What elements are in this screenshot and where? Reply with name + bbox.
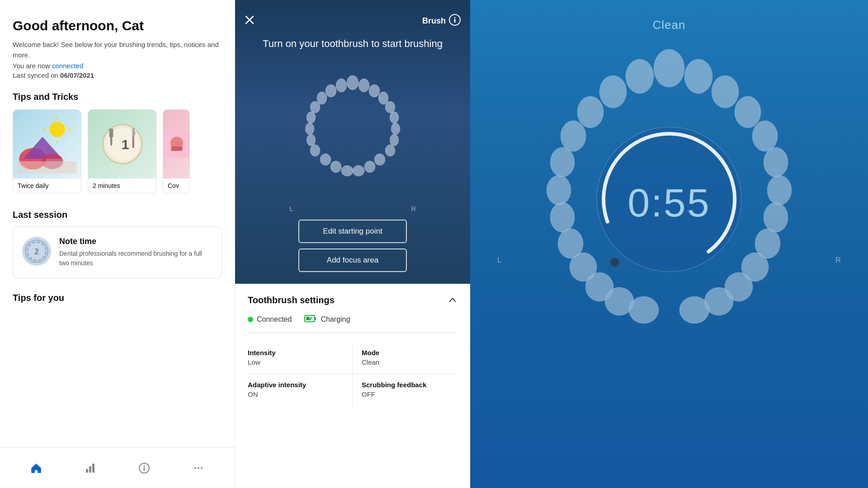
mode-label: Mode: [362, 349, 458, 357]
svg-point-25: [144, 465, 145, 466]
svg-point-39: [385, 101, 395, 113]
svg-point-69: [764, 202, 788, 232]
intensity-value: Low: [248, 358, 343, 366]
svg-rect-60: [306, 317, 310, 320]
svg-point-68: [767, 175, 792, 205]
svg-rect-23: [92, 464, 94, 473]
scrubbing-label: Scrubbing feedback: [362, 381, 458, 389]
charging-icon: [304, 314, 317, 325]
svg-point-67: [764, 147, 788, 177]
nav-more[interactable]: [183, 457, 214, 479]
svg-point-56: [364, 161, 375, 173]
svg-point-40: [390, 112, 399, 123]
svg-point-64: [712, 75, 739, 108]
adaptive-value: ON: [248, 390, 343, 398]
last-session-title: Last session: [13, 210, 222, 220]
svg-point-81: [550, 202, 575, 232]
tips-row: Twice daily: [13, 109, 222, 193]
svg-point-45: [326, 84, 336, 97]
svg-point-62: [654, 49, 684, 87]
nav-info[interactable]: [129, 457, 160, 479]
connected-status-label: Connected: [257, 315, 292, 324]
nav-home[interactable]: [21, 457, 52, 479]
svg-rect-59: [315, 317, 316, 320]
svg-point-51: [310, 145, 320, 156]
svg-point-44: [336, 79, 347, 92]
intensity-cell: Intensity Low: [248, 342, 353, 374]
svg-point-77: [577, 96, 604, 128]
teeth-diagram: [285, 65, 420, 209]
svg-point-52: [320, 154, 331, 165]
svg-point-28: [198, 467, 199, 469]
svg-rect-18: [171, 146, 183, 151]
nav-stats[interactable]: [75, 457, 106, 479]
edit-starting-point-button[interactable]: Edit starting point: [298, 220, 407, 243]
tip-card-label-cov: Cov: [163, 178, 189, 193]
intensity-label: Intensity: [248, 349, 343, 357]
settings-header: Toothbrush settings: [248, 295, 458, 306]
svg-rect-12: [109, 128, 110, 137]
svg-point-89: [610, 258, 619, 267]
settings-collapse-button[interactable]: [448, 295, 458, 306]
bottom-nav: [0, 447, 235, 488]
tip-card-image-morning: [13, 110, 81, 178]
svg-marker-61: [309, 316, 312, 321]
svg-rect-34: [454, 19, 456, 23]
charging-status-label: Charging: [321, 315, 350, 324]
settings-title: Toothbrush settings: [248, 295, 335, 305]
settings-grid: Intensity Low Mode Clean Adaptive intens…: [248, 342, 458, 405]
svg-point-36: [359, 79, 369, 92]
session-title: Note time: [59, 237, 212, 246]
svg-rect-26: [144, 467, 145, 471]
tip-card-label-fork: 2 minutes: [88, 178, 156, 193]
info-icon: [138, 462, 151, 474]
tip-card-image-fork: 1: [88, 110, 156, 178]
close-button[interactable]: [244, 14, 255, 27]
connected-dot: [248, 317, 253, 322]
scrubbing-value: OFF: [362, 390, 458, 398]
svg-point-63: [684, 59, 712, 94]
svg-point-37: [369, 84, 380, 97]
charging-status: Charging: [304, 314, 350, 325]
info-circle-icon: [448, 14, 461, 26]
brush-title: Brush: [422, 16, 446, 26]
svg-rect-11: [110, 128, 112, 145]
svg-point-80: [547, 175, 571, 205]
brush-instruction: Turn on your toothbrush to start brushin…: [263, 37, 443, 51]
home-icon: [30, 462, 42, 474]
connected-prefix: You are now: [13, 62, 52, 70]
svg-text:1: 1: [122, 137, 129, 152]
clean-panel: Clean L R: [470, 0, 868, 488]
svg-point-53: [330, 161, 341, 173]
tip-card-fork[interactable]: 1 2 minutes: [88, 109, 156, 193]
info-button[interactable]: [448, 14, 461, 28]
tip-card-cov[interactable]: Cov: [163, 109, 190, 193]
sync-date: 06/07/2021: [60, 71, 94, 79]
add-focus-area-button[interactable]: Add focus area: [298, 249, 407, 272]
svg-point-55: [353, 165, 364, 176]
session-card: 2 Note time Dental professionals recomme…: [13, 226, 222, 278]
adaptive-label: Adaptive intensity: [248, 381, 343, 389]
svg-point-49: [305, 123, 314, 135]
svg-point-76: [599, 75, 627, 108]
greeting: Good afternoon, Cat: [13, 18, 222, 33]
svg-point-65: [735, 96, 761, 128]
svg-rect-21: [86, 469, 88, 473]
clean-diagram: L R: [470, 32, 868, 488]
svg-point-33: [454, 17, 456, 19]
tip-card-morning[interactable]: Twice daily: [13, 109, 81, 193]
svg-point-79: [550, 147, 575, 177]
svg-rect-22: [89, 466, 91, 473]
tip-card-label-morning: Twice daily: [13, 178, 81, 193]
sync-prefix: Last synced on: [13, 71, 60, 79]
svg-point-0: [49, 122, 65, 137]
connected-link[interactable]: connected: [52, 62, 83, 70]
svg-point-78: [561, 121, 586, 151]
session-icon: 2: [22, 237, 51, 266]
tips-for-you-title: Tips for you: [13, 293, 222, 303]
brush-settings: Toothbrush settings Connected: [235, 284, 470, 488]
adaptive-cell: Adaptive intensity ON: [248, 374, 353, 405]
svg-point-75: [626, 59, 654, 94]
connected-line: You are now connected: [13, 62, 222, 70]
close-icon: [244, 14, 255, 25]
